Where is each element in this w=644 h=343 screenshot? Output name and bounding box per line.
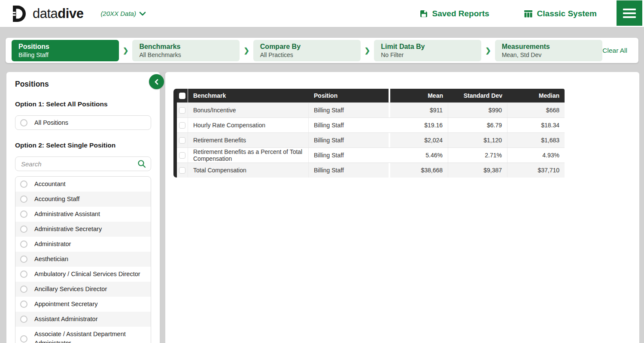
position-list-item[interactable]: Appointment Secretary <box>15 297 151 312</box>
radio-button[interactable] <box>20 226 27 233</box>
position-cell: Billing Staff <box>309 148 390 162</box>
radio-button[interactable] <box>20 316 27 323</box>
position-label: Accounting Staff <box>34 195 79 204</box>
position-label: Assistant Administrator <box>34 315 97 324</box>
standard-dev-cell: 2.71% <box>448 148 507 162</box>
step-title: Limit Data By <box>381 42 474 51</box>
position-cell: Billing Staff <box>309 133 390 147</box>
position-label: Associate / Assistant Department Adminis… <box>34 330 146 343</box>
saved-reports-label: Saved Reports <box>432 9 489 18</box>
position-label: Ancillary Services Director <box>34 285 107 294</box>
median-cell: $1,683 <box>507 133 565 147</box>
table-row: Hourly Rate Compensation Billing Staff $… <box>177 117 565 132</box>
search-input[interactable] <box>20 160 134 168</box>
benchmark-cell: Bonus/Incentive <box>188 103 309 117</box>
all-positions-label: All Positions <box>34 119 68 126</box>
position-list-item[interactable]: Administrative Secretary <box>15 222 151 237</box>
position-label: Appointment Secretary <box>34 300 98 309</box>
benchmark-cell: Total Compensation <box>188 163 309 178</box>
step-title: Measurements <box>502 42 595 51</box>
save-icon <box>419 9 428 18</box>
position-label: Aesthetician <box>34 255 68 264</box>
chevron-down-icon <box>139 10 146 18</box>
position-list-item[interactable]: Administrative Assistant <box>15 207 151 222</box>
sidebar-title: Positions <box>15 80 151 89</box>
all-positions-option[interactable]: All Positions <box>15 115 151 130</box>
table-left-accent-bar <box>173 89 177 178</box>
step-subtitle: Mean, Std Dev <box>502 51 595 59</box>
standard-dev-cell: $6.79 <box>448 118 507 132</box>
search-icon[interactable] <box>137 159 146 168</box>
step-positions[interactable]: Positions Billing Staff <box>12 40 119 61</box>
step-compare-by[interactable]: Compare By All Practices <box>253 40 361 61</box>
step-measurements[interactable]: Measurements Mean, Std Dev <box>495 40 602 61</box>
column-header-standard-dev: Standard Dev <box>448 89 507 102</box>
row-checkbox[interactable] <box>177 148 188 162</box>
mean-cell: 5.46% <box>390 148 448 162</box>
radio-button[interactable] <box>20 181 27 188</box>
radio-button[interactable] <box>20 301 27 308</box>
radio-button[interactable] <box>20 271 27 278</box>
position-cell: Billing Staff <box>309 163 390 178</box>
row-checkbox[interactable] <box>177 118 188 132</box>
row-checkbox[interactable] <box>177 103 188 117</box>
position-label: Administrative Secretary <box>34 225 102 234</box>
position-list-item[interactable]: Associate / Assistant Department Adminis… <box>15 327 151 343</box>
row-checkbox[interactable] <box>177 163 188 178</box>
benchmark-cell: Retirement Benefits as a Percent of Tota… <box>188 148 309 162</box>
benchmark-cell: Retirement Benefits <box>188 133 309 147</box>
position-list-item[interactable]: Assistant Administrator <box>15 312 151 327</box>
datadive-d-icon <box>11 5 27 23</box>
position-label: Administrator <box>34 240 71 249</box>
radio-button[interactable] <box>20 241 27 248</box>
step-subtitle: All Benchmarks <box>139 51 233 59</box>
standard-dev-cell: $1,120 <box>448 133 507 147</box>
median-cell: $37,710 <box>507 163 565 178</box>
position-label: Administrative Assistant <box>34 210 100 219</box>
report-title-dropdown[interactable]: Management and Staff | 20XX (20XX Data) <box>97 10 146 18</box>
radio-button[interactable] <box>20 211 27 218</box>
radio-button[interactable] <box>20 335 27 343</box>
column-header-mean: Mean <box>390 89 448 102</box>
datadive-logo[interactable]: datadive <box>11 5 83 23</box>
clear-all-link[interactable]: Clear All <box>602 47 627 54</box>
mean-cell: $911 <box>390 103 448 117</box>
brand-wordmark: datadive <box>33 6 83 21</box>
step-limit-data-by[interactable]: Limit Data By No Filter <box>374 40 481 61</box>
wizard-step-bar: Positions Billing Staff ❯ Benchmarks All… <box>6 38 638 63</box>
hamburger-menu-icon[interactable] <box>617 0 642 26</box>
radio-button[interactable] <box>20 196 27 203</box>
position-list-item[interactable]: Ancillary Services Director <box>15 282 151 297</box>
radio-button[interactable] <box>20 119 27 126</box>
position-list-item[interactable]: Accountant <box>15 177 151 192</box>
header-actions: Saved Reports Classic System <box>419 9 597 18</box>
classic-system-button[interactable]: Classic System <box>524 9 597 18</box>
median-cell: $668 <box>507 103 565 117</box>
step-subtitle: Billing Staff <box>18 51 112 59</box>
position-cell: Billing Staff <box>309 118 390 132</box>
radio-button[interactable] <box>20 256 27 263</box>
sidebar-collapse-button[interactable] <box>149 74 164 89</box>
position-label: Ambulatory / Clinical Services Director <box>34 270 140 279</box>
app-header: datadive Management and Staff | 20XX (20… <box>0 0 644 27</box>
position-list-item[interactable]: Administrator <box>15 237 151 252</box>
position-list-item[interactable]: Ambulatory / Clinical Services Director <box>15 267 151 282</box>
positions-sidebar: Positions Option 1: Select All Positions… <box>6 72 160 343</box>
table-header-row: Benchmark Position Mean Standard Dev Med… <box>177 89 565 102</box>
positions-list: Accountant Accounting Staff Administrati… <box>15 176 151 343</box>
position-list-item[interactable]: Accounting Staff <box>15 192 151 207</box>
report-title-suffix: (20XX Data) <box>100 10 136 17</box>
column-header-benchmark: Benchmark <box>188 89 309 102</box>
standard-dev-cell: $9,387 <box>448 163 507 178</box>
column-header-position: Position <box>309 89 390 102</box>
position-list-item[interactable]: Aesthetician <box>15 252 151 267</box>
radio-button[interactable] <box>20 286 27 293</box>
select-all-checkbox[interactable] <box>177 89 188 102</box>
step-benchmarks[interactable]: Benchmarks All Benchmarks <box>132 40 240 61</box>
chevron-right-icon: ❯ <box>365 46 370 54</box>
saved-reports-button[interactable]: Saved Reports <box>419 9 489 18</box>
classic-system-label: Classic System <box>537 9 597 18</box>
median-cell: $18.34 <box>507 118 565 132</box>
table-row: Total Compensation Billing Staff $38,668… <box>177 162 565 178</box>
row-checkbox[interactable] <box>177 133 188 147</box>
